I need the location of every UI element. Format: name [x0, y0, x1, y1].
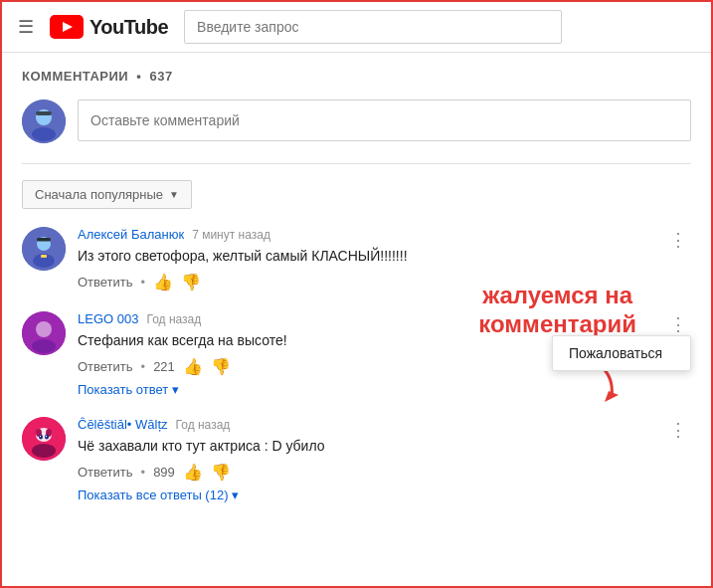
comment-item: Ĉēlēštiāl• Wālțz Год назад Чё захавали к…: [22, 417, 691, 502]
comment-item: Алексей Баланюк 7 минут назад Из этого с…: [22, 227, 691, 292]
svg-point-23: [46, 436, 47, 437]
logo-text: YouTube: [89, 16, 168, 39]
divider: [22, 163, 691, 164]
svg-point-13: [36, 321, 52, 337]
svg-point-22: [40, 436, 41, 437]
comment-1-text: Из этого светофора, желтый самый КЛАСНЫЙ…: [78, 246, 653, 267]
youtube-logo-icon: [50, 15, 84, 39]
comment-3-likes: 899: [153, 465, 175, 480]
comment-1-time: 7 минут назад: [192, 228, 270, 242]
comment-3-show-replies[interactable]: Показать все ответы (12) ▾: [78, 488, 653, 502]
comment-2-like-icon[interactable]: 👍: [183, 357, 203, 376]
comment-1-reply-btn[interactable]: Ответить: [78, 275, 133, 290]
comment-2-time: Год назад: [146, 312, 201, 326]
comment-3-body: Ĉēlēštiāl• Wālțz Год назад Чё захавали к…: [78, 417, 653, 502]
comment-2-author[interactable]: LEGO 003: [78, 311, 138, 326]
comment-item: жалуемся на комментарий LEGO 003 Год наз…: [22, 311, 691, 397]
comment-3-reply-btn[interactable]: Ответить: [78, 465, 133, 480]
comment-3-time: Год назад: [176, 418, 231, 432]
new-comment-area: [22, 99, 691, 143]
chevron-down-icon: ▼: [169, 189, 179, 200]
comment-2-likes: 221: [153, 359, 175, 374]
comment-1-more-btn[interactable]: ⋮: [665, 227, 691, 253]
comment-3-dislike-icon[interactable]: 👎: [211, 463, 231, 482]
svg-point-21: [45, 435, 49, 440]
avatar-purple-icon: [22, 311, 66, 355]
avatar-anime-icon: [22, 417, 66, 461]
sort-area: Сначала популярные ▼: [22, 180, 691, 209]
svg-point-14: [32, 339, 56, 353]
comment-2-more-btn[interactable]: ⋮ Пожаловаться: [665, 311, 691, 337]
comment-1-body: Алексей Баланюк 7 минут назад Из этого с…: [78, 227, 653, 292]
svg-rect-8: [37, 238, 51, 242]
user-avatar: [22, 99, 66, 143]
main-content: КОММЕНТАРИИ • 637 Сначала популярные ▼: [2, 53, 711, 538]
search-input[interactable]: [184, 10, 562, 44]
svg-rect-10: [41, 255, 47, 258]
comment-2-meta: LEGO 003 Год назад: [78, 311, 653, 326]
comment-3-meta: Ĉēlēštiāl• Wālțz Год назад: [78, 417, 653, 432]
comment-2-dislike-icon[interactable]: 👎: [211, 357, 231, 376]
context-menu: Пожаловаться: [552, 335, 691, 371]
comment-3-text: Чё захавали кто тут актриса : D убило: [78, 436, 653, 457]
comment-1-actions: Ответить • 👍 👎: [78, 273, 653, 292]
comment-1-dislike-icon[interactable]: 👎: [181, 273, 201, 292]
comment-1-meta: Алексей Баланюк 7 минут назад: [78, 227, 653, 242]
comment-2-show-replies[interactable]: Показать ответ ▾: [78, 382, 653, 397]
svg-point-17: [32, 444, 56, 458]
logo-area[interactable]: YouTube: [50, 15, 168, 39]
comment-3-actions: Ответить • 899 👍 👎: [78, 463, 653, 482]
comment-3-author[interactable]: Ĉēlēštiāl• Wālțz: [78, 417, 168, 432]
avatar-police-icon: [22, 227, 66, 271]
comment-1-avatar: [22, 227, 66, 271]
sort-button[interactable]: Сначала популярные ▼: [22, 180, 192, 209]
comment-input[interactable]: [78, 99, 691, 141]
avatar-icon: [22, 99, 66, 143]
menu-icon[interactable]: ☰: [18, 16, 34, 38]
comment-3-avatar: [22, 417, 66, 461]
svg-point-20: [39, 435, 43, 440]
svg-point-5: [32, 127, 56, 141]
svg-rect-4: [36, 111, 52, 115]
comment-3-more-btn[interactable]: ⋮: [665, 417, 691, 443]
report-menu-item[interactable]: Пожаловаться: [553, 336, 690, 370]
header: ☰ YouTube: [2, 2, 711, 53]
comment-3-like-icon[interactable]: 👍: [183, 463, 203, 482]
comment-1-author[interactable]: Алексей Баланюк: [78, 227, 184, 242]
comment-1-like-icon[interactable]: 👍: [153, 273, 173, 292]
comment-2-avatar: [22, 311, 66, 355]
comments-heading: КОММЕНТАРИИ • 637: [22, 69, 691, 84]
comment-2-reply-btn[interactable]: Ответить: [78, 359, 133, 374]
